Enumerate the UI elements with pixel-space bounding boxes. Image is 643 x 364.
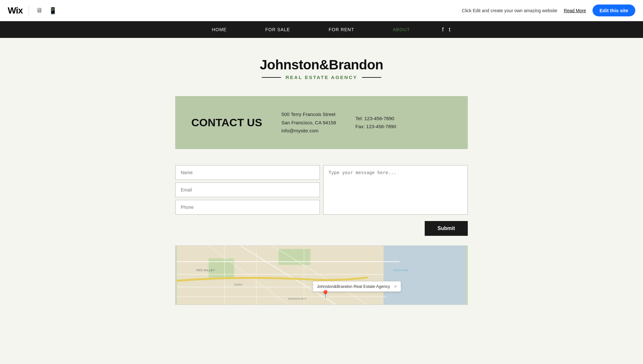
form-right	[323, 165, 468, 215]
mobile-icon[interactable]: 📱	[48, 5, 58, 16]
brand-title: Johnston&Brandon	[0, 57, 643, 73]
email-input[interactable]	[175, 182, 320, 197]
svg-text:Oracle Park: Oracle Park	[393, 269, 408, 272]
svg-rect-3	[278, 249, 310, 264]
navbar: HOME FOR SALE FOR RENT ABOUT f t	[0, 21, 643, 38]
brand-section: Johnston&Brandon Real Estate Agency	[0, 51, 643, 90]
promo-text: Click Edit and create your own amazing w…	[462, 8, 557, 13]
facebook-icon[interactable]: f	[442, 26, 444, 33]
map-pin: 📍	[321, 290, 330, 299]
wix-logo: Wix	[8, 5, 23, 16]
map-popup-close[interactable]: ✕	[394, 284, 397, 289]
contact-phone: Tel: 123-456-7890 Fax: 123-456-7890	[355, 114, 396, 131]
nav-item-home[interactable]: HOME	[193, 21, 246, 38]
read-more-link[interactable]: Read More	[564, 8, 586, 13]
contact-heading: CONTACT US	[191, 116, 262, 129]
message-textarea[interactable]	[323, 165, 468, 215]
main-content: Johnston&Brandon Real Estate Agency CONT…	[0, 38, 643, 305]
brand-line-right	[362, 77, 381, 78]
nav-item-for-sale[interactable]: FOR SALE	[246, 21, 309, 38]
topbar: Wix 🖥 📱 Click Edit and create your own a…	[0, 0, 643, 21]
svg-text:YES VALLEY: YES VALLEY	[196, 268, 215, 272]
topbar-divider	[29, 6, 29, 15]
brand-line-left	[262, 77, 281, 78]
form-left	[175, 165, 320, 215]
phone-input[interactable]	[175, 200, 320, 215]
nav-item-for-rent[interactable]: FOR RENT	[309, 21, 374, 38]
contact-address: 500 Terry Francois Street San Francisco,…	[281, 110, 336, 135]
submit-button[interactable]: Submit	[425, 221, 468, 236]
topbar-right: Click Edit and create your own amazing w…	[462, 4, 635, 16]
contact-form	[175, 155, 468, 221]
contact-box: CONTACT US 500 Terry Francois Street San…	[175, 96, 468, 149]
twitter-icon[interactable]: t	[449, 26, 450, 33]
name-input[interactable]	[175, 165, 320, 180]
map-section: YES VALLEY SOMA MISSION BAY Oracle Park …	[175, 245, 468, 305]
submit-row: Submit	[175, 221, 468, 245]
desktop-icon[interactable]: 🖥	[35, 5, 44, 15]
topbar-left: Wix 🖥 📱	[8, 5, 58, 16]
nav-social: f t	[442, 26, 450, 33]
map-popup-label: Johnston&Brandon Real Estate Agency	[317, 284, 390, 289]
svg-text:MISSION BAY: MISSION BAY	[288, 297, 306, 300]
svg-text:SOMA: SOMA	[234, 283, 242, 286]
edit-site-button[interactable]: Edit this site	[593, 4, 635, 16]
brand-subtitle: Real Estate Agency	[285, 75, 357, 80]
nav-item-about[interactable]: ABOUT	[374, 21, 429, 38]
svg-rect-1	[384, 246, 466, 305]
brand-subtitle-row: Real Estate Agency	[0, 75, 643, 80]
